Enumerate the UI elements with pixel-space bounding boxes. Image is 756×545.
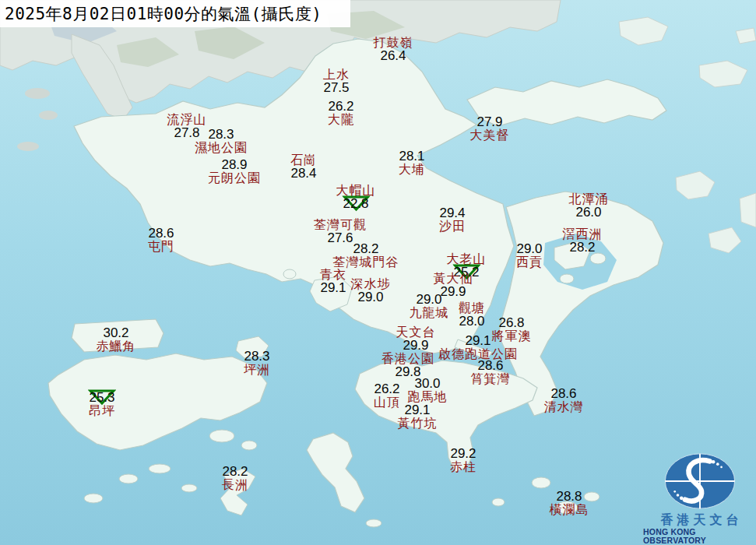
station-value-text: 29.1 [320, 280, 346, 295]
station-value-text: 29.0 [357, 290, 383, 304]
station-value: 28.2 [563, 241, 603, 255]
station-屯門: 28.6屯門 [148, 227, 174, 253]
station-name: 昂坪 [89, 405, 115, 417]
hko-logo-icon [663, 452, 737, 511]
station-value: 28.9 [208, 158, 261, 172]
station-name: 長洲 [222, 479, 248, 491]
station-value-text: 29.1 [404, 403, 430, 417]
station-value: 28.4 [290, 167, 317, 181]
station-name: 流浮山 [167, 114, 207, 126]
station-value: 26.0 [569, 206, 609, 220]
station-value: 29.4 [439, 206, 466, 220]
station-大美督: 27.9大美督 [470, 115, 510, 142]
station-name: 西貢 [516, 256, 543, 269]
station-name: 天文台 [396, 326, 436, 339]
station-value-text: 29.0 [416, 292, 441, 307]
station-value-text: 25.3 [89, 390, 114, 405]
station-value: 26.2 [374, 382, 400, 396]
station-啟德跑道公園: 29.1啟德跑道公園 [438, 334, 518, 360]
logo-title-zh: 香港天文台 [657, 514, 743, 526]
station-value-text: 28.4 [290, 166, 316, 181]
station-赤鱲角: 30.2赤鱲角 [97, 326, 136, 353]
station-value: 30.0 [408, 377, 448, 391]
station-value-text: 28.6 [550, 386, 576, 401]
station-value: 26.4 [374, 49, 413, 63]
station-赤柱: 29.2赤柱 [450, 447, 476, 473]
station-青衣: 青衣29.1 [320, 269, 346, 295]
station-name: 上水 [323, 69, 350, 81]
station-value-text: 29.0 [516, 241, 542, 256]
station-value-text: 28.2 [569, 240, 595, 255]
station-昂坪: 25.3昂坪 [89, 391, 115, 417]
station-value: 28.3 [244, 350, 270, 364]
station-name: 青衣 [320, 269, 346, 281]
temperature-map-page: 2025年8月02日01時00分的氣溫(攝氏度) 打鼓嶺26.4上水27.526… [0, 0, 756, 545]
station-value: 28.2 [222, 465, 248, 479]
station-value: 29.9 [396, 339, 436, 353]
station-value-text: 27.9 [476, 114, 502, 129]
station-value: 22.8 [336, 197, 376, 211]
station-value: 29.2 [450, 447, 476, 461]
hko-logo: 香港天文台 HONG KONG OBSERVATORY [643, 452, 756, 545]
station-name: 香港公園 [382, 353, 434, 365]
station-value-text: 30.2 [103, 325, 128, 340]
station-value-text: 28.1 [399, 149, 424, 164]
station-打鼓嶺: 打鼓嶺26.4 [374, 37, 413, 63]
station-上水: 上水27.5 [323, 69, 350, 95]
station-value: 29.1 [438, 334, 518, 348]
station-name: 荃灣可觀 [314, 219, 367, 231]
station-九龍城: 29.0九龍城 [410, 293, 449, 319]
station-name: 筲箕灣 [471, 373, 511, 385]
station-value-text: 27.5 [323, 80, 349, 95]
station-荃灣城門谷: 28.2荃灣城門谷 [333, 242, 399, 269]
station-value-text: 22.8 [343, 196, 368, 211]
station-香港公園: 香港公園29.8 [382, 353, 434, 379]
station-value-text: 28.2 [353, 241, 378, 256]
station-深水埗: 深水埗29.0 [351, 278, 391, 304]
station-name: 觀塘 [459, 302, 485, 315]
station-坪洲: 28.3坪洲 [244, 350, 270, 376]
station-value: 28.3 [195, 128, 248, 142]
station-value-text: 30.0 [414, 376, 440, 391]
station-橫瀾島: 28.8橫瀾島 [550, 490, 589, 516]
station-name: 屯門 [148, 241, 174, 253]
station-value-text: 28.6 [148, 226, 174, 241]
station-value: 29.1 [398, 403, 438, 417]
station-跑馬地: 30.0跑馬地 [408, 377, 448, 403]
station-value-text: 29.2 [450, 446, 476, 461]
station-name: 荃灣城門谷 [333, 256, 399, 269]
station-name: 北潭涌 [569, 193, 609, 206]
station-name: 橫瀾島 [550, 504, 589, 516]
station-value-text: 26.4 [380, 48, 406, 63]
station-value-text: 29.9 [403, 338, 428, 353]
station-value: 28.0 [459, 315, 485, 329]
station-value: 30.2 [97, 326, 136, 340]
station-value: 28.6 [148, 227, 174, 241]
station-name: 大埔 [399, 164, 425, 176]
station-沙田: 29.4沙田 [439, 206, 466, 233]
station-name: 清水灣 [544, 401, 584, 413]
station-北潭涌: 北潭涌26.0 [569, 193, 609, 220]
station-value: 29.0 [410, 293, 449, 307]
station-天文台: 天文台29.9 [396, 326, 436, 353]
station-黃竹坑: 29.1黃竹坑 [398, 403, 438, 430]
station-value: 28.6 [471, 359, 511, 373]
station-元朗公園: 28.9元朗公園 [208, 158, 261, 185]
station-value-text: 28.8 [556, 489, 582, 504]
station-value: 28.1 [399, 149, 425, 164]
station-name: 打鼓嶺 [374, 37, 413, 49]
logo-title-en: HONG KONG OBSERVATORY [643, 528, 756, 544]
station-name: 濕地公園 [195, 142, 248, 154]
station-name: 黃大仙 [434, 272, 473, 285]
station-name: 石崗 [290, 154, 317, 167]
station-name: 赤鱲角 [97, 340, 136, 353]
station-value: 27.9 [470, 115, 510, 129]
station-value: 28.8 [550, 490, 589, 504]
station-value-text: 29.1 [465, 333, 491, 348]
station-value-text: 28.9 [221, 157, 247, 172]
station-value-text: 26.0 [575, 205, 601, 220]
station-value-text: 26.2 [328, 99, 353, 114]
station-name: 大隴 [328, 114, 354, 126]
station-大埔: 28.1大埔 [399, 149, 425, 176]
station-value-text: 26.8 [498, 315, 524, 330]
